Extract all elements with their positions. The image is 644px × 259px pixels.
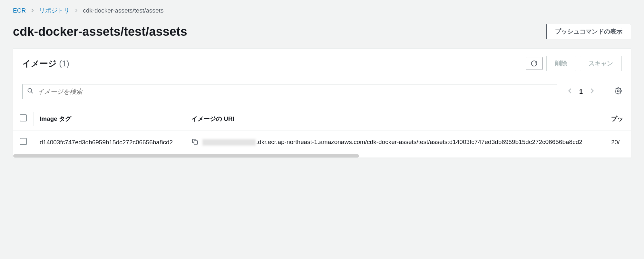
panel-actions: 削除 スキャン <box>526 56 622 71</box>
table-header-row: Image タグ イメージの URI プッ <box>13 107 631 130</box>
cell-image-tag: d14003fc747ed3db6959b15dc272c06656ba8cd2 <box>33 130 185 154</box>
scrollbar-thumb[interactable] <box>13 154 359 158</box>
search-icon <box>27 88 34 96</box>
table-row: d14003fc747ed3db6959b15dc272c06656ba8cd2 <box>13 130 631 154</box>
panel-header: イメージ (1) 削除 スキャン <box>13 49 631 75</box>
svg-point-2 <box>617 90 619 92</box>
svg-point-0 <box>28 89 32 92</box>
svg-line-1 <box>31 92 33 93</box>
horizontal-scrollbar[interactable] <box>13 154 631 158</box>
images-panel: イメージ (1) 削除 スキャン <box>13 48 631 158</box>
prev-page-button[interactable] <box>567 88 573 95</box>
page-number: 1 <box>579 88 583 95</box>
search-input-wrap[interactable] <box>22 84 557 99</box>
scan-button[interactable]: スキャン <box>580 56 622 71</box>
images-table: Image タグ イメージの URI プッ d14003fc747ed3db69… <box>13 107 631 154</box>
pagination: 1 <box>567 88 595 95</box>
refresh-button[interactable] <box>526 57 542 70</box>
uri-text: .dkr.ecr.ap-northeast-1.amazonaws.com/cd… <box>202 138 582 147</box>
view-push-commands-button[interactable]: プッシュコマンドの表示 <box>546 24 631 39</box>
col-image-tag[interactable]: Image タグ <box>33 107 185 130</box>
chevron-left-icon <box>567 88 573 95</box>
row-checkbox[interactable] <box>20 138 27 145</box>
select-all-checkbox[interactable] <box>20 114 27 121</box>
chevron-right-icon <box>589 88 595 95</box>
panel-title: イメージ (1) <box>22 58 69 69</box>
breadcrumb-root-link[interactable]: ECR <box>13 7 26 14</box>
page-title: cdk-docker-assets/test/assets <box>13 25 187 39</box>
search-input[interactable] <box>37 88 552 95</box>
page-header: cdk-docker-assets/test/assets プッシュコマンドの表… <box>13 24 631 39</box>
cell-pushed-at: 20/ <box>605 130 631 154</box>
copy-icon <box>191 140 199 147</box>
redacted-account-id <box>202 139 256 146</box>
col-pushed-at[interactable]: プッ <box>605 107 631 130</box>
breadcrumb-current: cdk-docker-assets/test/assets <box>83 7 163 14</box>
delete-button[interactable]: 削除 <box>546 56 576 71</box>
col-image-uri[interactable]: イメージの URI <box>185 107 605 130</box>
uri-suffix: .dkr.ecr.ap-northeast-1.amazonaws.com/cd… <box>256 139 582 145</box>
copy-uri-button[interactable] <box>191 138 199 147</box>
gear-icon <box>615 87 622 96</box>
divider <box>605 86 605 98</box>
cell-image-uri: .dkr.ecr.ap-northeast-1.amazonaws.com/cd… <box>185 130 605 154</box>
table-settings-button[interactable] <box>615 87 622 96</box>
panel-count: (1) <box>59 59 69 68</box>
filter-row: 1 <box>13 75 631 107</box>
panel-title-text: イメージ <box>22 59 57 68</box>
next-page-button[interactable] <box>589 88 595 95</box>
chevron-right-icon <box>30 7 34 14</box>
refresh-icon <box>531 60 538 67</box>
breadcrumb: ECR リポジトリ cdk-docker-assets/test/assets <box>13 6 631 15</box>
breadcrumb-repos-link[interactable]: リポジトリ <box>39 6 70 15</box>
table-scroll[interactable]: Image タグ イメージの URI プッ d14003fc747ed3db69… <box>13 107 631 154</box>
chevron-right-icon <box>74 7 78 14</box>
svg-rect-3 <box>194 141 198 144</box>
